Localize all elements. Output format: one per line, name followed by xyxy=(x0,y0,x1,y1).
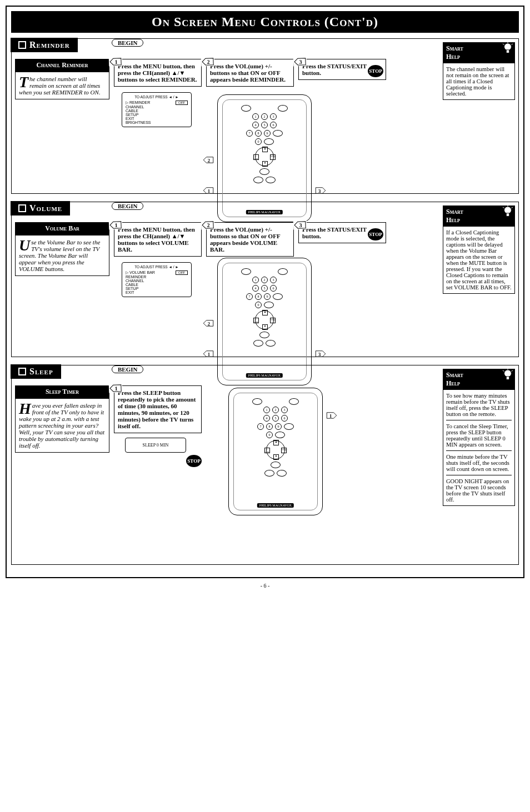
info-desc: The channel number will remain on screen… xyxy=(15,72,109,99)
header-text: Sleep xyxy=(29,367,53,377)
remote-power-button[interactable] xyxy=(259,168,269,175)
remote-cc-button[interactable] xyxy=(264,302,274,308)
remote-status-button[interactable] xyxy=(266,340,276,347)
remote-num-7[interactable]: 7 xyxy=(246,293,253,300)
section-header-reminder: Reminder xyxy=(11,38,78,52)
remote-num-9[interactable]: 9 xyxy=(264,130,271,137)
remote-sleep-button[interactable] xyxy=(273,130,283,137)
step-2: 2 Press the VOL(ume) +/- buttons so that… xyxy=(206,222,294,257)
vol-up[interactable]: VOL+ xyxy=(270,318,276,323)
remote-num-8[interactable]: 8 xyxy=(255,130,262,137)
remote-num-4[interactable]: 4 xyxy=(263,415,270,422)
step-2-marker: 2 xyxy=(201,220,215,230)
smart-help-p4: GOOD NIGHT appears on the TV screen 10 s… xyxy=(446,478,512,503)
section-volume: Volume BEGIN Volume Bar Use the Volume B… xyxy=(11,202,519,357)
remote-menu-button[interactable] xyxy=(253,340,263,347)
ch-up[interactable]: ▲ xyxy=(262,147,268,152)
ch-up[interactable]: ▲ xyxy=(262,310,268,315)
remote-dpad[interactable]: ▲ -VOL VOL+ ▼ xyxy=(266,440,285,459)
remote-cc-button[interactable] xyxy=(275,432,285,438)
remote-num-1[interactable]: 1 xyxy=(263,407,270,413)
step-2: 2 Press the VOL(ume) +/- buttons so that… xyxy=(206,59,294,87)
remote-dpad[interactable]: ▲ -VOL VOL+ ▼ xyxy=(255,147,274,166)
begin-badge: BEGIN xyxy=(112,202,143,210)
remote-num-6[interactable]: 6 xyxy=(270,285,277,292)
remote-num-3[interactable]: 3 xyxy=(270,113,277,120)
remote-num-0[interactable]: 0 xyxy=(255,302,262,308)
remote-dpad[interactable]: ▲ -VOL VOL+ ▼ xyxy=(255,310,274,329)
remote-mute-button[interactable] xyxy=(241,105,251,112)
remote-num-3[interactable]: 3 xyxy=(270,277,277,283)
lightbulb-icon xyxy=(502,41,514,57)
vol-up[interactable]: VOL+ xyxy=(281,448,287,453)
ch-down[interactable]: ▼ xyxy=(262,161,268,167)
remote-num-6[interactable]: 6 xyxy=(270,122,277,128)
remote-num-4[interactable]: 4 xyxy=(252,285,259,292)
remote-mute-button[interactable] xyxy=(252,398,262,405)
remote-num-2[interactable]: 2 xyxy=(261,113,268,120)
vol-down[interactable]: -VOL xyxy=(264,448,270,453)
svg-rect-13 xyxy=(506,50,509,53)
remote-num-8[interactable]: 8 xyxy=(255,293,262,300)
lightbulb-icon xyxy=(502,368,514,383)
ch-down[interactable]: ▼ xyxy=(273,454,279,460)
page-title: On Screen Menu Controls (Cont'd) xyxy=(11,11,519,33)
step-3: 3 Press the STATUS/EXIT button. STOP xyxy=(298,59,386,80)
remote-power-button[interactable] xyxy=(271,462,281,468)
vol-down[interactable]: -VOL xyxy=(253,154,259,160)
svg-rect-30 xyxy=(506,213,509,217)
remote-sleep-button[interactable] xyxy=(284,423,294,430)
remote-num-8[interactable]: 8 xyxy=(266,423,273,430)
remote-ach-button[interactable] xyxy=(278,268,288,275)
smart-help-title1: Smart xyxy=(446,208,463,215)
remote-num-9[interactable]: 9 xyxy=(264,293,271,300)
step-1-text: Press the MENU button, then press the CH… xyxy=(118,226,195,253)
header-bullet-icon xyxy=(18,368,26,375)
left-column: Channel Reminder The channel number will… xyxy=(15,59,109,99)
remote-sleep-button[interactable] xyxy=(273,293,283,300)
remote-status-button[interactable] xyxy=(277,470,287,477)
vol-down[interactable]: -VOL xyxy=(253,318,259,323)
smart-help-p1: The channel number will not remain on th… xyxy=(446,66,512,97)
remote-num-2[interactable]: 2 xyxy=(261,277,268,283)
remote-num-6[interactable]: 6 xyxy=(281,415,288,422)
smart-help-title2: Help xyxy=(446,53,460,61)
remote-num-3[interactable]: 3 xyxy=(281,407,288,413)
remote-num-1[interactable]: 1 xyxy=(252,113,259,120)
remote-power-button[interactable] xyxy=(259,332,269,338)
remote-num-1[interactable]: 1 xyxy=(252,277,259,283)
remote-num-5[interactable]: 5 xyxy=(261,285,268,292)
remote-num-7[interactable]: 7 xyxy=(257,423,264,430)
remote-num-7[interactable]: 7 xyxy=(246,130,253,137)
remote-ach-button[interactable] xyxy=(289,398,299,405)
ch-down[interactable]: ▼ xyxy=(262,324,268,330)
left-column: Volume Bar Use the Volume Bar to see the… xyxy=(15,222,109,276)
smart-help-body: If a Closed Captioning mode is selected,… xyxy=(443,227,515,294)
osd-item: REMINDER xyxy=(126,275,188,279)
section-header-volume: Volume xyxy=(11,201,70,215)
step-3: 3 Press the STATUS/EXIT button. STOP xyxy=(298,222,386,243)
step-3-marker: 3 xyxy=(293,57,307,67)
svg-rect-39 xyxy=(506,377,509,380)
step-1-text: Press the MENU button, then press the CH… xyxy=(118,63,197,83)
ch-up[interactable]: ▲ xyxy=(273,440,279,445)
svg-line-14 xyxy=(503,44,504,45)
remote-num-4[interactable]: 4 xyxy=(252,122,259,128)
remote-num-2[interactable]: 2 xyxy=(272,407,279,413)
smart-help-p2: To cancel the Sleep Timer, press the SLE… xyxy=(446,423,512,448)
osd-item: CABLE xyxy=(126,283,188,287)
remote-ach-button[interactable] xyxy=(278,105,288,112)
remote-menu-button[interactable] xyxy=(253,177,263,183)
remote-num-5[interactable]: 5 xyxy=(272,415,279,422)
remote-num-5[interactable]: 5 xyxy=(261,122,268,128)
svg-text:3: 3 xyxy=(299,222,302,228)
remote-mute-button[interactable] xyxy=(241,268,251,275)
remote-cc-button[interactable] xyxy=(264,138,274,145)
remote-status-button[interactable] xyxy=(266,177,276,183)
remote-num-9[interactable]: 9 xyxy=(275,423,282,430)
remote-num-0[interactable]: 0 xyxy=(255,138,262,145)
vol-up[interactable]: VOL+ xyxy=(270,154,276,160)
remote-menu-button[interactable] xyxy=(264,470,274,477)
remote-num-0[interactable]: 0 xyxy=(266,432,273,438)
osd-title: TO ADJUST PRESS ◄ / ► xyxy=(126,265,188,269)
